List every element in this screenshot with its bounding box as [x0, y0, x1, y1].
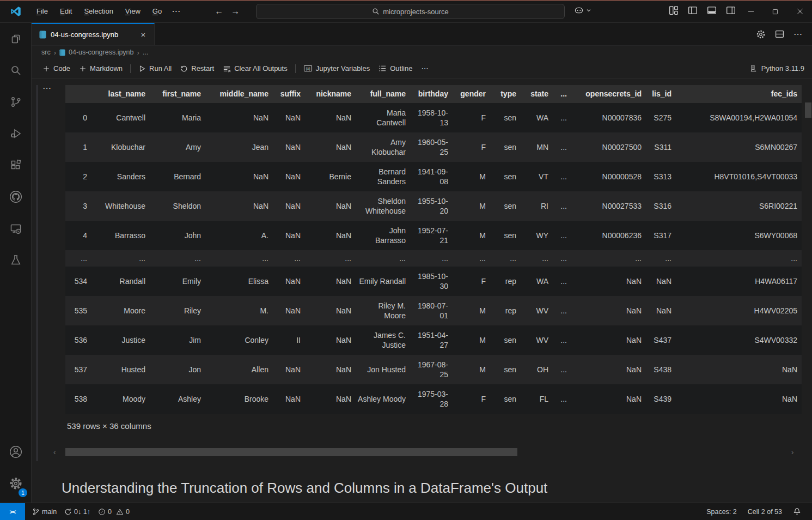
- nav-back-icon[interactable]: ←: [215, 7, 223, 16]
- table-cell: FL: [521, 384, 553, 414]
- breadcrumb-src[interactable]: src: [41, 49, 51, 56]
- cell-more-actions-icon[interactable]: ⋯: [42, 83, 52, 93]
- breadcrumb-cell[interactable]: ...: [143, 49, 148, 56]
- cell-position-item[interactable]: Cell 2 of 53: [742, 508, 787, 516]
- kernel-picker[interactable]: Python 3.11.9: [749, 64, 804, 72]
- menu-go[interactable]: Go: [148, 5, 167, 17]
- command-center-search[interactable]: microprojects-source: [256, 4, 565, 19]
- tab-notebook[interactable]: 04-us-congress.ipynb ×: [32, 23, 155, 45]
- tab-close-icon[interactable]: ×: [138, 29, 149, 40]
- tab-bar: 04-us-congress.ipynb × ⋯: [32, 23, 812, 46]
- menu-file[interactable]: File: [32, 5, 53, 17]
- table-cell: S6RI00221: [676, 191, 802, 221]
- table-cell: NaN: [305, 103, 356, 132]
- branch-name: main: [42, 508, 57, 516]
- chevron-down-icon: [586, 8, 591, 13]
- menubar-more[interactable]: ⋯: [167, 4, 185, 19]
- run-and-debug-icon[interactable]: [0, 118, 31, 149]
- editor-more-actions-icon[interactable]: ⋯: [793, 29, 802, 39]
- table-cell: sen: [490, 132, 521, 162]
- table-cell: 1960-05-25: [410, 132, 453, 162]
- menu-edit[interactable]: Edit: [55, 5, 77, 17]
- split-editor-icon[interactable]: [775, 29, 784, 39]
- breadcrumb-file[interactable]: 04-us-congress.ipynb: [69, 49, 134, 56]
- table-cell: MN: [521, 132, 553, 162]
- copilot-menu[interactable]: [573, 4, 591, 16]
- indentation-item[interactable]: Spaces: 2: [701, 508, 742, 516]
- horizontal-scrollbar-thumb[interactable]: [65, 448, 517, 456]
- table-cell: ...: [553, 355, 571, 384]
- search-sidebar-icon[interactable]: [0, 55, 31, 86]
- problems-item[interactable]: 0 0: [94, 503, 133, 520]
- remote-indicator-button[interactable]: ><: [0, 503, 25, 520]
- source-control-icon[interactable]: [0, 86, 31, 118]
- table-cell: John: [150, 221, 205, 250]
- more-button[interactable]: ⋯: [417, 62, 432, 75]
- nav-forward-icon[interactable]: →: [231, 7, 240, 16]
- tab-label: 04-us-congress.ipynb: [51, 31, 118, 39]
- table-row: 0CantwellMariaNaNNaNNaNMaria Cantwell195…: [65, 103, 802, 132]
- notifications-bell-icon[interactable]: [787, 507, 807, 516]
- horizontal-scrollbar[interactable]: [65, 448, 802, 456]
- table-cell: ...: [553, 384, 571, 414]
- table-cell: S275: [646, 103, 676, 132]
- table-row: 3WhitehouseSheldonNaNNaNNaNSheldon White…: [65, 191, 802, 221]
- table-cell: Moody: [91, 384, 150, 414]
- scroll-right-arrow-icon[interactable]: ›: [791, 448, 793, 456]
- table-cell: 536: [65, 325, 91, 355]
- editor-settings-gear-icon[interactable]: [756, 29, 766, 39]
- customize-layout-icon[interactable]: [669, 5, 679, 15]
- window-minimize-button[interactable]: [738, 1, 763, 22]
- table-cell: N00027500: [571, 132, 646, 162]
- testing-icon[interactable]: [0, 244, 31, 276]
- clear-outputs-button[interactable]: Clear All Outputs: [218, 62, 292, 75]
- restart-button[interactable]: Restart: [176, 62, 218, 75]
- table-cell: ...: [305, 250, 356, 267]
- table-cell: N00027533: [571, 191, 646, 221]
- window-close-button[interactable]: [787, 1, 812, 22]
- toggle-primary-sidebar-icon[interactable]: [688, 5, 698, 15]
- column-header: type: [490, 85, 521, 103]
- menu-selection[interactable]: Selection: [79, 5, 118, 17]
- table-cell: RI: [521, 191, 553, 221]
- status-bar: >< main 0↓ 1↑ 0 0 Spaces: 2 Cell 2 of 53: [0, 503, 812, 520]
- outline-button[interactable]: Outline: [374, 62, 417, 75]
- table-cell: ...: [553, 191, 571, 221]
- accounts-icon[interactable]: [0, 436, 32, 468]
- vscode-logo-icon[interactable]: [0, 6, 32, 17]
- git-branch-item[interactable]: main: [28, 503, 60, 520]
- code-button[interactable]: Code: [38, 62, 75, 75]
- window-maximize-button[interactable]: [763, 1, 787, 22]
- table-cell: ...: [490, 250, 521, 267]
- table-cell: WV: [521, 296, 553, 325]
- table-cell: Klobuchar: [91, 132, 150, 162]
- github-icon[interactable]: [0, 181, 31, 213]
- jupyter-variables-button[interactable]: (x)Jupyter Variables: [299, 62, 374, 75]
- explorer-icon[interactable]: [0, 23, 31, 55]
- table-cell: Jim: [150, 325, 205, 355]
- run-all-button[interactable]: Run All: [134, 62, 176, 75]
- table-cell: sen: [490, 325, 521, 355]
- extensions-icon[interactable]: [0, 149, 31, 181]
- table-cell: ...: [571, 250, 646, 267]
- dataframe-header: last_namefirst_namemiddle_namesuffixnick…: [65, 85, 802, 103]
- table-cell: M: [453, 191, 490, 221]
- table-cell: NaN: [305, 191, 356, 221]
- toggle-panel-icon[interactable]: [707, 5, 717, 15]
- sync-counts: 0↓ 1↑: [74, 508, 90, 516]
- scroll-left-arrow-icon[interactable]: ‹: [53, 448, 56, 456]
- svg-text:(x): (x): [306, 66, 310, 71]
- column-header: nickname: [305, 85, 356, 103]
- table-cell: ...: [553, 162, 571, 191]
- remote-explorer-icon[interactable]: [0, 213, 31, 244]
- table-cell: VT: [521, 162, 553, 191]
- table-cell: 1941-09-08: [410, 162, 453, 191]
- toggle-secondary-sidebar-icon[interactable]: [726, 5, 736, 15]
- button-label: Code: [53, 64, 70, 72]
- menu-view[interactable]: View: [120, 5, 145, 17]
- markdown-button[interactable]: Markdown: [75, 62, 127, 75]
- table-cell: Cantwell: [91, 103, 150, 132]
- table-row: 536JusticeJimConleyIINaNJames C. Justice…: [65, 325, 802, 355]
- sync-changes-item[interactable]: 0↓ 1↑: [60, 503, 94, 520]
- vertical-scrollbar-thumb[interactable]: [805, 102, 811, 118]
